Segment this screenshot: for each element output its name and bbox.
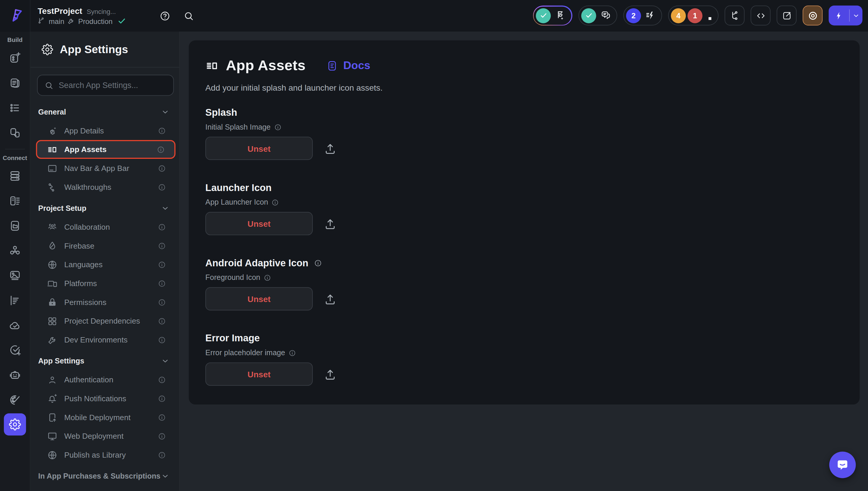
sidebar-item-firebase[interactable]: Firebase bbox=[30, 236, 179, 255]
sidebar-item-dev-environments[interactable]: Dev Environments bbox=[30, 330, 179, 349]
info-icon[interactable] bbox=[158, 260, 166, 269]
branch-icon bbox=[37, 17, 46, 25]
info-icon[interactable] bbox=[263, 274, 271, 281]
rail-item-tests[interactable] bbox=[5, 340, 25, 360]
chevron-down-icon bbox=[161, 357, 169, 365]
issues-button[interactable]: 4 1 bbox=[668, 6, 719, 25]
rail-item-storyboard[interactable] bbox=[5, 291, 25, 310]
info-icon[interactable] bbox=[158, 164, 166, 172]
project-name: TestProject bbox=[37, 6, 82, 16]
rail-item-integrations[interactable] bbox=[5, 241, 25, 260]
search-button[interactable] bbox=[179, 6, 199, 26]
run-options-toggle[interactable] bbox=[850, 12, 862, 19]
docs-link[interactable]: Docs bbox=[326, 59, 370, 72]
actions-count-button[interactable]: 2 bbox=[623, 6, 662, 25]
info-icon[interactable] bbox=[158, 223, 166, 231]
branch-tree-button[interactable] bbox=[724, 6, 744, 25]
sidebar-section-app-settings[interactable]: App Settings bbox=[30, 351, 179, 370]
sidebar-item-platforms[interactable]: Platforms bbox=[30, 274, 179, 293]
rail-item-theme[interactable] bbox=[5, 390, 25, 410]
rail-item-ai-agent[interactable] bbox=[5, 365, 25, 385]
unset-button[interactable]: Unset bbox=[205, 212, 313, 235]
info-icon[interactable] bbox=[158, 336, 166, 344]
sidebar-section-project-setup[interactable]: Project Setup bbox=[30, 199, 179, 218]
upload-button[interactable] bbox=[320, 139, 339, 158]
components-icon bbox=[9, 127, 21, 139]
storyboard-icon bbox=[9, 294, 21, 307]
sidebar-item-authentication[interactable]: Authentication bbox=[30, 370, 179, 389]
rail-item-database[interactable] bbox=[5, 166, 25, 186]
sidebar-item-mobile-deployment[interactable]: Mobile Deployment bbox=[30, 408, 179, 427]
rail-item-widget-add[interactable] bbox=[5, 48, 25, 68]
rail-item-components[interactable] bbox=[5, 123, 25, 143]
upload-button[interactable] bbox=[320, 365, 339, 383]
search-input[interactable] bbox=[59, 81, 167, 90]
info-icon[interactable] bbox=[158, 126, 166, 135]
info-icon[interactable] bbox=[158, 317, 166, 325]
rail-item-settings[interactable] bbox=[4, 413, 26, 435]
sidebar-item-nav-bar-app-bar[interactable]: Nav Bar & App Bar bbox=[30, 159, 179, 178]
rail-item-cloud-check[interactable] bbox=[5, 315, 25, 335]
sidebar-header: App Settings bbox=[30, 32, 179, 67]
sidebar-item-permissions[interactable]: Permissions bbox=[30, 293, 179, 312]
visual-preview-button[interactable] bbox=[803, 6, 822, 25]
info-icon[interactable] bbox=[271, 198, 279, 206]
rail-item-pages[interactable] bbox=[5, 73, 25, 93]
rail-item-app-values[interactable] bbox=[5, 191, 25, 211]
sidebar-section-in-app-purchases-subscriptions[interactable]: In App Purchases & Subscriptions bbox=[30, 466, 179, 485]
comments-status-button[interactable] bbox=[579, 6, 617, 25]
sidebar-item-walkthroughs[interactable]: Walkthroughs bbox=[30, 178, 179, 197]
info-icon[interactable] bbox=[158, 298, 166, 306]
view-code-button[interactable] bbox=[751, 6, 771, 25]
info-icon[interactable] bbox=[158, 413, 166, 421]
review-status-button[interactable] bbox=[533, 6, 572, 26]
rail-item-list[interactable] bbox=[5, 98, 25, 118]
sidebar-item-collaboration[interactable]: Collaboration bbox=[30, 218, 179, 236]
sidebar-item-app-details[interactable]: App Details bbox=[30, 121, 179, 140]
sidebar-item-app-assets[interactable]: App Assets bbox=[36, 140, 175, 159]
sidebar-item-push-notifications[interactable]: Push Notifications bbox=[30, 389, 179, 408]
chevron-down-icon bbox=[161, 108, 169, 116]
sidebar-item-publish-as-library[interactable]: Publish as Library bbox=[30, 445, 179, 464]
field-label: Error placeholder image bbox=[205, 349, 285, 357]
review-check-badge bbox=[536, 8, 551, 23]
upload-button[interactable] bbox=[320, 289, 339, 308]
unset-button[interactable]: Unset bbox=[205, 363, 313, 386]
unset-button[interactable]: Unset bbox=[205, 287, 313, 311]
sidebar-item-project-dependencies[interactable]: Project Dependencies bbox=[30, 312, 179, 330]
chevron-down-icon bbox=[852, 12, 860, 19]
unset-button[interactable]: Unset bbox=[205, 137, 313, 160]
info-icon[interactable] bbox=[156, 145, 165, 153]
upload-icon bbox=[324, 293, 337, 305]
info-icon[interactable] bbox=[289, 349, 296, 357]
info-icon[interactable] bbox=[274, 123, 282, 131]
sidebar-section-general[interactable]: General bbox=[30, 103, 179, 121]
rail-item-media[interactable] bbox=[5, 266, 25, 286]
pages-icon bbox=[9, 77, 21, 89]
info-icon[interactable] bbox=[158, 376, 166, 384]
branch-name[interactable]: main bbox=[49, 17, 64, 25]
asset-section-error-image: Error Image Error placeholder image Unse… bbox=[205, 333, 843, 385]
sidebar-item-web-deployment[interactable]: Web Deployment bbox=[30, 427, 179, 445]
info-icon[interactable] bbox=[158, 394, 166, 402]
info-icon[interactable] bbox=[158, 451, 166, 459]
chat-fab-button[interactable] bbox=[829, 452, 856, 478]
upload-button[interactable] bbox=[320, 214, 339, 233]
chat-bubble-icon bbox=[835, 458, 850, 472]
open-preview-button[interactable] bbox=[777, 6, 797, 25]
sidebar-item-languages[interactable]: Languages bbox=[30, 255, 179, 274]
rail-item-device-folder[interactable] bbox=[5, 216, 25, 236]
environment-name[interactable]: Production bbox=[78, 17, 113, 25]
info-icon[interactable] bbox=[314, 259, 322, 267]
info-icon[interactable] bbox=[158, 241, 166, 250]
run-button[interactable] bbox=[829, 6, 862, 25]
sidebar-search[interactable] bbox=[37, 75, 174, 96]
help-button[interactable] bbox=[155, 6, 175, 26]
info-icon[interactable] bbox=[158, 279, 166, 288]
info-icon[interactable] bbox=[158, 183, 166, 191]
left-rail: Build Connect bbox=[0, 32, 30, 491]
app-logo[interactable] bbox=[0, 0, 30, 32]
info-icon[interactable] bbox=[158, 432, 166, 440]
branding-review-icon bbox=[555, 10, 566, 21]
deps-icon bbox=[47, 316, 58, 326]
